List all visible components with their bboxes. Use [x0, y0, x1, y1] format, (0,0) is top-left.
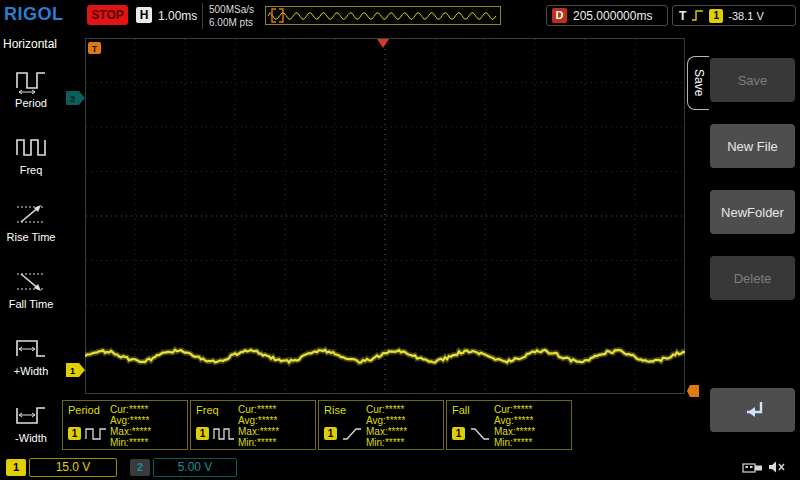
measurement-row: Max:*****	[110, 426, 151, 437]
measurement-fall-icon	[469, 425, 491, 443]
rise-time-icon	[15, 200, 47, 228]
measurement-channel-badge: 1	[196, 427, 209, 440]
measurement-row: Cur:*****	[494, 404, 535, 415]
trigger-level-value: -38.1 V	[728, 10, 763, 22]
period-icon	[15, 66, 47, 94]
horizontal-badge: H	[136, 7, 152, 23]
ch2-ground-marker[interactable]: 2	[66, 90, 86, 106]
measurement-name: Freq	[196, 404, 219, 416]
measurement-panel-period: Period 1 Cur:***** Avg:***** Max:***** M…	[62, 400, 188, 450]
ch2-scale: 5.00 V	[153, 458, 237, 477]
brand-logo: RIGOL	[4, 4, 64, 25]
freq-icon	[15, 133, 47, 161]
ch1-ground-marker[interactable]: 1	[66, 362, 86, 378]
menu-item-fall-time[interactable]: Fall Time	[0, 255, 62, 321]
measurement-values: Cur:***** Avg:***** Max:***** Min:*****	[238, 404, 279, 448]
measurement-panel-freq: Freq 1 Cur:***** Avg:***** Max:***** Min…	[190, 400, 316, 450]
measurement-row: Min:*****	[494, 437, 535, 448]
measurement-channel-badge: 1	[68, 427, 81, 440]
svg-text:1: 1	[70, 366, 75, 376]
save-button[interactable]: Save	[710, 58, 795, 102]
waveform-preview	[265, 6, 501, 25]
trigger-level-marker[interactable]	[686, 384, 700, 398]
ch2-badge: 2	[130, 459, 150, 476]
measurement-row: Cur:*****	[238, 404, 279, 415]
delay-box: D 205.000000ms	[546, 5, 668, 26]
measurement-row: Min:*****	[366, 437, 407, 448]
measurement-row: Avg:*****	[494, 415, 535, 426]
menu-item-label: Period	[15, 97, 47, 109]
measurement-rise-icon	[341, 425, 363, 443]
delay-badge: D	[552, 8, 567, 23]
measurement-row: Cur:*****	[366, 404, 407, 415]
trigger-label: T	[679, 9, 686, 23]
menu-item-period[interactable]: Period	[0, 54, 62, 120]
new-folder-button[interactable]: NewFolder	[710, 190, 795, 234]
measurement-values: Cur:***** Avg:***** Max:***** Min:*****	[110, 404, 151, 448]
left-menu-title: Horizontal	[3, 37, 57, 51]
confirm-button[interactable]	[710, 388, 795, 432]
menu-item-label: -Width	[15, 432, 47, 444]
measurement-name: Fall	[452, 404, 470, 416]
measurement-panels: Period 1 Cur:***** Avg:***** Max:***** M…	[62, 400, 572, 450]
speaker-muted-icon	[768, 460, 786, 474]
measurement-row: Avg:*****	[110, 415, 151, 426]
save-menu-tab: Save	[687, 56, 709, 110]
return-arrow-icon	[737, 398, 769, 422]
measurement-period-icon	[85, 425, 107, 443]
save-tab-label: Save	[692, 69, 706, 96]
usb-icon	[742, 461, 764, 474]
measurement-panel-fall: Fall 1 Cur:***** Avg:***** Max:***** Min…	[446, 400, 572, 450]
measurement-freq-icon	[213, 425, 235, 443]
measurement-row: Cur:*****	[110, 404, 151, 415]
timebase-value: 1.00ms	[158, 9, 197, 23]
measurement-row: Max:*****	[238, 426, 279, 437]
new-file-button[interactable]: New File	[710, 124, 795, 168]
neg-width-icon	[15, 401, 47, 429]
measurement-row: Avg:*****	[366, 415, 407, 426]
measurement-channel-badge: 1	[324, 427, 337, 440]
acquisition-info: 500MSa/s 6.00M pts	[202, 3, 254, 29]
menu-item-neg-width[interactable]: -Width	[0, 389, 62, 455]
menu-item-freq[interactable]: Freq	[0, 121, 62, 187]
graticule-svg: T	[85, 38, 685, 394]
measurement-name: Rise	[324, 404, 346, 416]
run-state-badge: STOP	[87, 5, 128, 25]
svg-text:2: 2	[70, 94, 75, 104]
trigger-box: T 1 -38.1 V	[672, 5, 796, 26]
menu-item-label: Freq	[20, 164, 43, 176]
memory-depth: 6.00M pts	[209, 16, 254, 29]
measurement-row: Min:*****	[238, 437, 279, 448]
fall-time-icon	[15, 267, 47, 295]
pos-width-icon	[15, 334, 47, 362]
measurement-values: Cur:***** Avg:***** Max:***** Min:*****	[494, 404, 535, 448]
menu-item-pos-width[interactable]: +Width	[0, 322, 62, 388]
oscilloscope-screen: RIGOL STOP H 1.00ms 500MSa/s 6.00M pts D…	[0, 0, 800, 480]
svg-text:T: T	[92, 44, 98, 54]
preview-svg	[266, 7, 500, 24]
menu-item-label: Rise Time	[7, 231, 56, 243]
delete-button[interactable]: Delete	[710, 256, 795, 300]
measurement-channel-badge: 1	[452, 427, 465, 440]
trigger-source-badge: 1	[709, 9, 723, 23]
measurement-row: Max:*****	[494, 426, 535, 437]
delay-value: 205.000000ms	[573, 9, 652, 23]
menu-item-label: +Width	[14, 365, 49, 377]
sample-rate: 500MSa/s	[209, 3, 254, 16]
measurement-row: Min:*****	[110, 437, 151, 448]
measurement-panel-rise: Rise 1 Cur:***** Avg:***** Max:***** Min…	[318, 400, 444, 450]
trigger-slope-icon	[691, 9, 704, 22]
measurement-name: Period	[68, 404, 100, 416]
ch1-scale: 15.0 V	[29, 458, 117, 477]
menu-item-rise-time[interactable]: Rise Time	[0, 188, 62, 254]
ch1-badge: 1	[6, 459, 26, 476]
measurement-row: Max:*****	[366, 426, 407, 437]
measurement-values: Cur:***** Avg:***** Max:***** Min:*****	[366, 404, 407, 448]
measurement-row: Avg:*****	[238, 415, 279, 426]
menu-item-label: Fall Time	[9, 298, 54, 310]
